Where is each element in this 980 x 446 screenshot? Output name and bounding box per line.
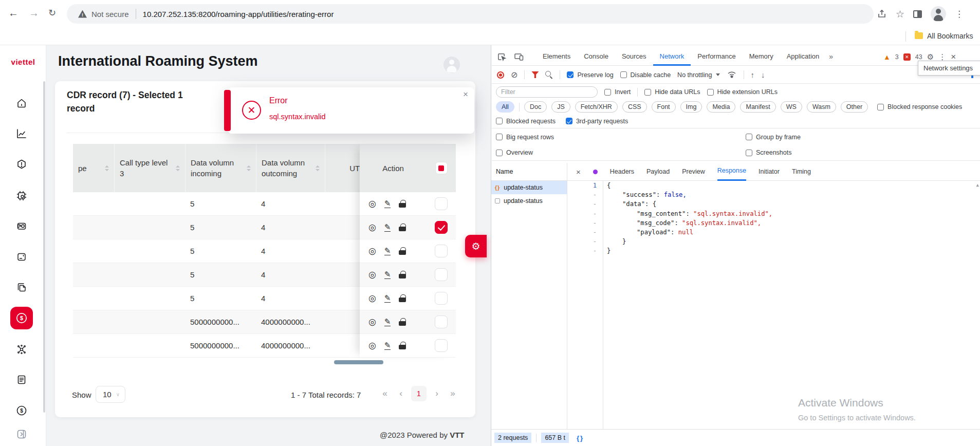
- current-page[interactable]: 1: [411, 386, 427, 401]
- back-icon[interactable]: ←: [8, 7, 19, 19]
- pill-ws[interactable]: WS: [781, 101, 802, 113]
- invert-checkbox[interactable]: Invert: [604, 88, 631, 96]
- view-icon[interactable]: ◎: [368, 270, 376, 279]
- view-icon[interactable]: ◎: [368, 294, 376, 303]
- checkbox[interactable]: [604, 89, 611, 96]
- view-icon[interactable]: ◎: [368, 341, 376, 350]
- capture-refresh-icon[interactable]: [15, 220, 28, 232]
- import-har-icon[interactable]: ↑: [751, 71, 755, 79]
- checkbox-checked[interactable]: [567, 71, 574, 78]
- network-conditions-icon[interactable]: [727, 70, 737, 80]
- all-bookmarks[interactable]: All Bookmarks: [927, 32, 973, 40]
- settings-fab[interactable]: ⚙: [465, 235, 487, 257]
- sidebar-scrollbar[interactable]: [43, 81, 45, 413]
- tab-application[interactable]: Application: [780, 48, 826, 66]
- blocked-requests-checkbox[interactable]: Blocked requests: [496, 118, 556, 125]
- network-nodes-icon[interactable]: [15, 343, 28, 356]
- toast-close-icon[interactable]: ×: [463, 89, 468, 100]
- row-checkbox[interactable]: [435, 197, 448, 210]
- share-icon[interactable]: [877, 9, 887, 18]
- lock-icon[interactable]: [399, 200, 406, 208]
- tab-console[interactable]: Console: [577, 48, 615, 66]
- checkbox[interactable]: [746, 150, 752, 156]
- device-toolbar-icon[interactable]: [513, 52, 525, 62]
- checkbox[interactable]: [620, 71, 627, 78]
- pill-font[interactable]: Font: [652, 101, 676, 113]
- row-checkbox[interactable]: [435, 339, 448, 352]
- request-row-selected[interactable]: {} update-status: [491, 181, 567, 194]
- chart-icon[interactable]: [15, 127, 28, 140]
- checkbox[interactable]: [746, 134, 752, 140]
- bookmark-star-icon[interactable]: ☆: [896, 8, 904, 20]
- card-note-icon[interactable]: [15, 251, 28, 263]
- hide-extension-urls-checkbox[interactable]: Hide extension URLs: [707, 88, 778, 96]
- filter-input[interactable]: [496, 86, 598, 98]
- tab-network[interactable]: Network: [653, 48, 691, 66]
- edit-icon[interactable]: ✎: [384, 247, 391, 255]
- requests-count[interactable]: 2 requests: [494, 433, 531, 443]
- transferred-size[interactable]: 657 B t: [541, 433, 569, 443]
- edit-icon[interactable]: ✎: [384, 223, 391, 232]
- tab-payload[interactable]: Payload: [646, 163, 670, 180]
- page-size-select[interactable]: 10 ∨: [96, 386, 125, 403]
- response-viewer[interactable]: 1{ -"success": false, -"data": { -"msg_c…: [567, 181, 980, 429]
- close-detail-icon[interactable]: ×: [576, 168, 581, 176]
- first-page-icon[interactable]: «: [379, 388, 391, 399]
- pill-all[interactable]: All: [496, 101, 514, 113]
- edit-icon[interactable]: ✎: [384, 294, 391, 303]
- error-badge-icon[interactable]: ✕: [903, 53, 911, 61]
- lock-icon[interactable]: [399, 318, 406, 326]
- row-checkbox[interactable]: [435, 268, 448, 281]
- view-icon[interactable]: ◎: [368, 199, 376, 208]
- select-all-checkbox[interactable]: [435, 162, 448, 174]
- reload-icon[interactable]: ↻: [48, 7, 56, 18]
- checkbox[interactable]: [644, 89, 651, 96]
- table-horizontal-scrollbar[interactable]: [334, 360, 383, 364]
- lock-icon[interactable]: [399, 342, 406, 349]
- tab-preview[interactable]: Preview: [682, 163, 705, 180]
- dollar-coin-icon[interactable]: $: [15, 404, 28, 417]
- view-icon[interactable]: ◎: [368, 223, 376, 232]
- browser-menu-icon[interactable]: ⋮: [955, 9, 964, 20]
- filter-funnel-icon[interactable]: [531, 71, 539, 78]
- pill-fetch-xhr[interactable]: Fetch/XHR: [575, 101, 618, 113]
- col-header-pe[interactable]: pe: [73, 144, 114, 192]
- forward-icon[interactable]: →: [29, 7, 39, 19]
- tab-headers[interactable]: Headers: [610, 163, 634, 180]
- row-checkbox[interactable]: [435, 315, 448, 328]
- document-lines-icon[interactable]: [15, 374, 28, 386]
- disable-cache-checkbox[interactable]: Disable cache: [620, 71, 671, 79]
- group-by-frame-checkbox[interactable]: Group by frame: [746, 134, 801, 141]
- side-panel-icon[interactable]: [913, 10, 922, 18]
- col-header-call-type-3[interactable]: Call type level 3: [114, 144, 185, 192]
- col-header-data-outcoming[interactable]: Data volumn outcoming: [256, 144, 325, 192]
- search-icon[interactable]: [545, 71, 553, 79]
- chip-settings-icon[interactable]: [15, 190, 28, 202]
- home-icon[interactable]: [15, 97, 28, 109]
- sidebar-item-billing-active[interactable]: $: [10, 307, 33, 329]
- tab-timing[interactable]: Timing: [792, 163, 811, 180]
- col-header-data-incoming[interactable]: Data volumn incoming: [185, 144, 256, 192]
- view-icon[interactable]: ◎: [368, 318, 376, 326]
- view-icon[interactable]: ◎: [368, 247, 376, 255]
- scroll-up-icon[interactable]: ▲: [976, 182, 979, 188]
- pill-css[interactable]: CSS: [622, 101, 647, 113]
- checkbox[interactable]: [877, 104, 884, 110]
- overview-checkbox[interactable]: Overview: [496, 149, 533, 156]
- next-page-icon[interactable]: ›: [431, 388, 442, 399]
- blocked-cookies-checkbox[interactable]: Blocked response cookies: [877, 103, 962, 110]
- clear-icon[interactable]: ⊘: [511, 71, 517, 79]
- checkbox[interactable]: [707, 89, 714, 96]
- preserve-log-checkbox[interactable]: Preserve log: [567, 71, 613, 79]
- third-party-checkbox[interactable]: 3rd-party requests: [566, 118, 628, 125]
- name-column-header[interactable]: Name: [491, 163, 567, 181]
- pill-media[interactable]: Media: [707, 101, 735, 113]
- edit-icon[interactable]: ✎: [384, 270, 391, 279]
- request-row[interactable]: update-status: [491, 194, 567, 208]
- address-bar[interactable]: ! Not secure 10.207.252.135:8200/roaming…: [67, 4, 874, 24]
- edit-icon[interactable]: ✎: [384, 341, 391, 350]
- col-header-utc[interactable]: UTC: [325, 144, 360, 192]
- last-page-icon[interactable]: »: [447, 388, 458, 399]
- alert-hexagon-icon[interactable]: [15, 158, 28, 171]
- lock-icon[interactable]: [399, 294, 406, 302]
